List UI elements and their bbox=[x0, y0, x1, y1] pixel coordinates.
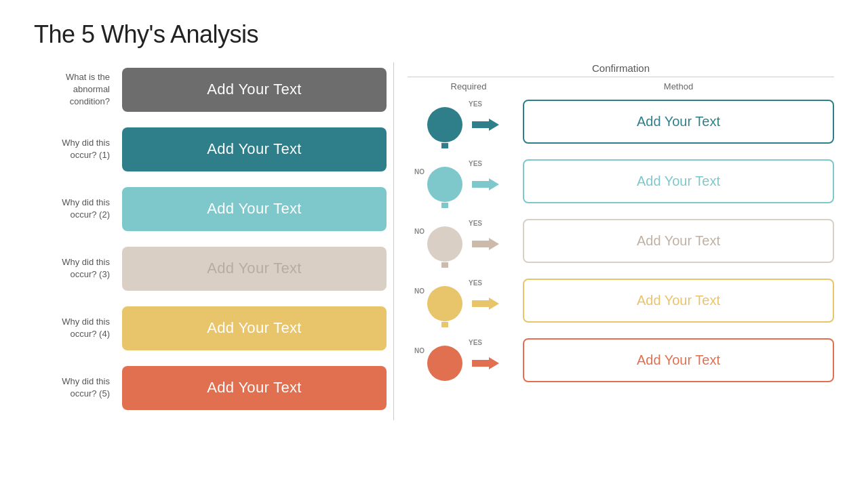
confirmation-rows: YES Add Your Text NO bbox=[408, 94, 834, 392]
conf-row-2: NO YES Add Your Text bbox=[408, 214, 834, 268]
left-label-5: Why did thisoccur? (5) bbox=[34, 375, 122, 400]
page: The 5 Why's Analysis What is theabnormal… bbox=[0, 0, 868, 488]
flow-svg-4: NO YES bbox=[408, 333, 523, 387]
conf-textbox-3[interactable]: Add Your Text bbox=[523, 279, 834, 323]
main-content: What is theabnormalcondition? Add Your T… bbox=[34, 62, 834, 420]
flow-diagram-1: NO YES bbox=[408, 154, 523, 208]
conf-row-3: NO YES Add Your Text bbox=[408, 273, 834, 327]
svg-point-15 bbox=[427, 286, 462, 321]
left-label-3: Why did thisoccur? (3) bbox=[34, 256, 122, 281]
left-row-5: Why did thisoccur? (5) Add Your Text bbox=[34, 361, 387, 415]
svg-text:YES: YES bbox=[469, 339, 482, 346]
col-method-label: Method bbox=[523, 81, 834, 92]
flow-svg-3: NO YES bbox=[408, 273, 523, 327]
svg-text:NO: NO bbox=[414, 168, 425, 176]
conf-textbox-1[interactable]: Add Your Text bbox=[523, 159, 834, 203]
conf-row-0: YES Add Your Text bbox=[408, 94, 834, 148]
right-panel: Confirmation Required Method bbox=[408, 62, 834, 420]
conf-row-4: NO YES Add Your Text bbox=[408, 333, 834, 387]
left-textbox-0[interactable]: Add Your Text bbox=[122, 68, 387, 112]
left-label-0: What is theabnormalcondition? bbox=[34, 71, 122, 108]
svg-text:YES: YES bbox=[469, 220, 482, 227]
svg-marker-13 bbox=[439, 262, 451, 268]
svg-point-0 bbox=[427, 107, 462, 142]
flow-diagram-0: YES bbox=[408, 94, 523, 148]
left-row-1: Why did thisoccur? (1) Add Your Text bbox=[34, 122, 387, 176]
left-label-4: Why did thisoccur? (4) bbox=[34, 316, 122, 340]
svg-text:YES: YES bbox=[469, 279, 482, 287]
left-textbox-3[interactable]: Add Your Text bbox=[122, 247, 387, 291]
svg-text:YES: YES bbox=[469, 100, 482, 108]
svg-marker-2 bbox=[472, 119, 499, 131]
left-textbox-4[interactable]: Add Your Text bbox=[122, 306, 387, 350]
svg-marker-17 bbox=[472, 298, 499, 310]
confirmation-subheader: Required Method bbox=[408, 81, 834, 92]
confirmation-title: Confirmation bbox=[408, 62, 834, 74]
svg-marker-3 bbox=[439, 143, 451, 148]
col-required-label: Required bbox=[414, 81, 523, 92]
conf-row-1: NO YES Add Your Text bbox=[408, 154, 834, 208]
left-textbox-5[interactable]: Add Your Text bbox=[122, 366, 387, 410]
svg-marker-18 bbox=[439, 322, 451, 327]
svg-marker-8 bbox=[439, 203, 451, 208]
svg-text:NO: NO bbox=[414, 228, 425, 235]
svg-text:NO: NO bbox=[414, 287, 425, 295]
flow-diagram-2: NO YES bbox=[408, 214, 523, 268]
left-textbox-2[interactable]: Add Your Text bbox=[122, 187, 387, 231]
vertical-divider bbox=[393, 62, 394, 420]
confirmation-header: Confirmation Required Method bbox=[408, 62, 834, 92]
conf-textbox-2[interactable]: Add Your Text bbox=[523, 219, 834, 263]
left-row-3: Why did thisoccur? (3) Add Your Text bbox=[34, 241, 387, 296]
svg-text:YES: YES bbox=[469, 160, 482, 167]
svg-marker-12 bbox=[472, 238, 499, 250]
svg-marker-22 bbox=[472, 357, 499, 369]
left-row-4: Why did thisoccur? (4) Add Your Text bbox=[34, 301, 387, 355]
flow-diagram-4: NO YES bbox=[408, 333, 523, 387]
flow-svg-1: NO YES bbox=[408, 154, 523, 208]
left-label-1: Why did thisoccur? (1) bbox=[34, 137, 122, 161]
left-textbox-1[interactable]: Add Your Text bbox=[122, 127, 387, 171]
svg-point-20 bbox=[427, 346, 462, 381]
svg-point-5 bbox=[427, 167, 462, 202]
flow-svg-0: YES bbox=[408, 94, 523, 148]
conf-textbox-4[interactable]: Add Your Text bbox=[523, 338, 834, 382]
left-label-2: Why did thisoccur? (2) bbox=[34, 197, 122, 221]
svg-point-10 bbox=[427, 226, 462, 262]
flow-diagram-3: NO YES bbox=[408, 273, 523, 327]
conf-textbox-0[interactable]: Add Your Text bbox=[523, 100, 834, 144]
left-row-2: Why did thisoccur? (2) Add Your Text bbox=[34, 182, 387, 236]
left-panel: What is theabnormalcondition? Add Your T… bbox=[34, 62, 387, 420]
page-title: The 5 Why's Analysis bbox=[34, 20, 834, 49]
left-row-0: What is theabnormalcondition? Add Your T… bbox=[34, 62, 387, 117]
svg-marker-7 bbox=[472, 178, 499, 190]
svg-text:NO: NO bbox=[414, 347, 425, 354]
confirmation-divider bbox=[408, 77, 834, 77]
flow-svg-2: NO YES bbox=[408, 214, 523, 268]
